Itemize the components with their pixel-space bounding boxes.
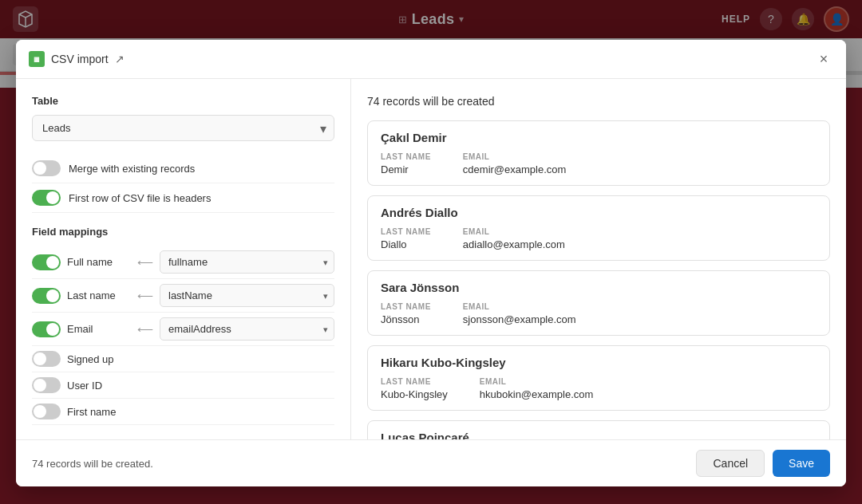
- signedup-label: Signed up: [67, 353, 131, 365]
- lastname-arrow: ⟵: [137, 289, 153, 302]
- email-select-wrapper: emailAddress: [160, 317, 334, 341]
- mapping-row-fullname: Full name ⟵ fullname: [32, 246, 334, 279]
- record-card-5: Lucas Poincaré: [367, 420, 830, 439]
- modal-header-left: ▦ CSV import ↗: [29, 51, 125, 67]
- record-email-label-4: EMAIL: [480, 377, 594, 386]
- modal-footer: 74 records will be created. Cancel Save: [16, 439, 846, 486]
- field-mappings-title: Field mappings: [32, 226, 334, 238]
- mapping-row-userid: User ID: [32, 372, 334, 399]
- record-email-value-1: cdemir@example.com: [463, 163, 567, 175]
- fullname-select[interactable]: fullname: [160, 250, 334, 274]
- csv-import-modal: ▦ CSV import ↗ × Table Leads: [16, 40, 846, 486]
- record-lastname-label-2: LAST NAME: [381, 227, 431, 236]
- email-arrow: ⟵: [137, 323, 153, 336]
- mapping-row-email: Email ⟵ emailAddress: [32, 313, 334, 346]
- fullname-label: Full name: [67, 256, 131, 268]
- mapping-row-signedup: Signed up: [32, 346, 334, 372]
- record-lastname-value-1: Demir: [381, 163, 431, 175]
- first-row-label: First row of CSV file is headers: [69, 192, 211, 204]
- record-email-label-2: EMAIL: [463, 227, 565, 236]
- cancel-button[interactable]: Cancel: [696, 450, 765, 477]
- record-lastname-label-3: LAST NAME: [381, 302, 431, 311]
- modal-overlay: ▦ CSV import ↗ × Table Leads: [0, 0, 862, 504]
- lastname-toggle[interactable]: [32, 288, 61, 304]
- record-email-value-4: hkubokin@example.com: [480, 388, 594, 400]
- record-fields-2: LAST NAME Diallo EMAIL adiallo@example.c…: [381, 227, 817, 250]
- fullname-arrow: ⟵: [137, 256, 153, 269]
- left-panel: Table Leads Merge with existing records …: [16, 79, 351, 439]
- record-name-5: Lucas Poincaré: [381, 431, 817, 439]
- csv-icon-label: ▦: [34, 56, 40, 63]
- modal-title: CSV import: [51, 53, 109, 65]
- signedup-toggle[interactable]: [32, 351, 61, 367]
- record-lastname-value-2: Diallo: [381, 238, 431, 250]
- record-name-4: Hikaru Kubo-Kingsley: [381, 356, 817, 369]
- record-field-email-1: EMAIL cdemir@example.com: [463, 152, 567, 175]
- email-select[interactable]: emailAddress: [160, 317, 334, 341]
- record-field-email-2: EMAIL adiallo@example.com: [463, 227, 565, 250]
- mapping-row-lastname: Last name ⟵ lastName: [32, 279, 334, 313]
- email-label: Email: [67, 323, 131, 335]
- table-select[interactable]: Leads: [32, 115, 334, 141]
- fullname-select-wrapper: fullname: [160, 250, 334, 274]
- first-row-toggle[interactable]: [32, 190, 61, 206]
- mapping-row-firstname: First name: [32, 399, 334, 425]
- table-section-title: Table: [32, 95, 334, 107]
- record-card-1: Çakıl Demir LAST NAME Demir EMAIL cdemir…: [367, 120, 830, 186]
- record-name-3: Sara Jönsson: [381, 281, 817, 294]
- firstname-label: First name: [67, 406, 131, 418]
- record-fields-3: LAST NAME Jönsson EMAIL sjonsson@example…: [381, 302, 817, 325]
- record-field-lastname-1: LAST NAME Demir: [381, 152, 431, 175]
- table-select-wrapper: Leads: [32, 115, 334, 141]
- record-card-3: Sara Jönsson LAST NAME Jönsson EMAIL sjo…: [367, 270, 830, 336]
- record-field-lastname-4: LAST NAME Kubo-Kingsley: [381, 377, 448, 400]
- record-fields-1: LAST NAME Demir EMAIL cdemir@example.com: [381, 152, 817, 175]
- close-button[interactable]: ×: [814, 49, 833, 69]
- record-name-1: Çakıl Demir: [381, 131, 817, 144]
- record-lastname-label-4: LAST NAME: [381, 377, 448, 386]
- external-link-icon[interactable]: ↗: [115, 53, 125, 65]
- record-lastname-value-4: Kubo-Kingsley: [381, 388, 448, 400]
- record-field-email-4: EMAIL hkubokin@example.com: [480, 377, 594, 400]
- merge-toggle-row: Merge with existing records: [32, 154, 334, 183]
- record-fields-4: LAST NAME Kubo-Kingsley EMAIL hkubokin@e…: [381, 377, 817, 400]
- userid-label: User ID: [67, 380, 131, 392]
- record-field-lastname-3: LAST NAME Jönsson: [381, 302, 431, 325]
- record-email-label-1: EMAIL: [463, 152, 567, 161]
- firstname-toggle[interactable]: [32, 404, 61, 419]
- record-field-email-3: EMAIL sjonsson@example.com: [463, 302, 576, 325]
- right-panel: 74 records will be created Çakıl Demir L…: [351, 79, 846, 439]
- record-field-lastname-2: LAST NAME Diallo: [381, 227, 431, 250]
- modal-body: Table Leads Merge with existing records …: [16, 79, 846, 439]
- lastname-label: Last name: [67, 289, 131, 301]
- userid-toggle[interactable]: [32, 377, 61, 393]
- fullname-toggle[interactable]: [32, 254, 61, 270]
- record-name-2: Andrés Diallo: [381, 206, 817, 219]
- first-row-toggle-row: First row of CSV file is headers: [32, 183, 334, 213]
- record-lastname-value-3: Jönsson: [381, 313, 431, 325]
- record-email-value-3: sjonsson@example.com: [463, 313, 576, 325]
- email-toggle[interactable]: [32, 321, 61, 337]
- record-card-4: Hikaru Kubo-Kingsley LAST NAME Kubo-King…: [367, 345, 830, 411]
- record-card-2: Andrés Diallo LAST NAME Diallo EMAIL adi…: [367, 195, 830, 261]
- footer-actions: Cancel Save: [696, 450, 830, 477]
- merge-label: Merge with existing records: [69, 163, 195, 175]
- lastname-select[interactable]: lastName: [160, 284, 334, 307]
- record-lastname-label-1: LAST NAME: [381, 152, 431, 161]
- records-title: 74 records will be created: [367, 95, 830, 108]
- merge-toggle[interactable]: [32, 160, 61, 176]
- save-button[interactable]: Save: [773, 450, 830, 477]
- record-email-value-2: adiallo@example.com: [463, 238, 565, 250]
- modal-header: ▦ CSV import ↗ ×: [16, 40, 846, 79]
- footer-status: 74 records will be created.: [32, 458, 153, 470]
- csv-icon: ▦: [29, 51, 45, 67]
- record-email-label-3: EMAIL: [463, 302, 576, 311]
- modal-header-actions: ×: [814, 49, 833, 69]
- lastname-select-wrapper: lastName: [160, 284, 334, 307]
